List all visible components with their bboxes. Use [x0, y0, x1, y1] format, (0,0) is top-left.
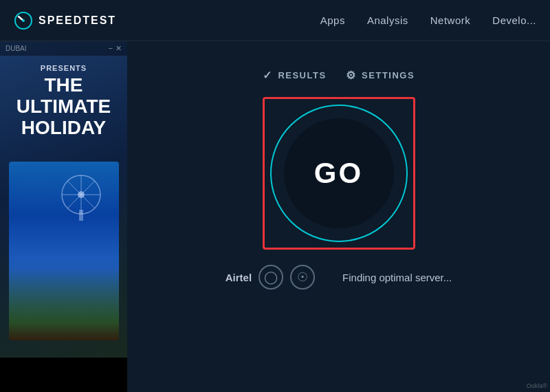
ad-label: DUBAI: [6, 45, 27, 52]
speedtest-go-container[interactable]: GO: [267, 101, 411, 246]
server-status-text: Finding optimal server...: [342, 272, 452, 283]
speedtest-logo-icon: [14, 11, 33, 30]
ad-close-icon[interactable]: ✕: [116, 44, 122, 53]
settings-icon: ⚙: [346, 69, 357, 82]
logo-text: SPEEDTEST: [38, 14, 116, 27]
ad-presents: PRESENTS: [16, 64, 111, 72]
advertisement-panel: DUBAI − ✕ PRESENTS THE ULTIMATE HOLIDAY: [0, 41, 127, 392]
watermark: Ookla®: [527, 382, 547, 389]
nav-analysis[interactable]: Analysis: [367, 14, 408, 26]
go-circle-outer: GO: [270, 105, 408, 242]
settings-label: SETTINGS: [362, 70, 415, 80]
ad-controls[interactable]: − ✕: [109, 44, 122, 53]
header: SPEEDTEST Apps Analysis Network Develo..…: [0, 0, 550, 41]
main-nav: Apps Analysis Network Develo...: [320, 14, 536, 26]
bottom-bar: Airtel ◯ ☉ Finding optimal server...: [127, 265, 550, 290]
results-button[interactable]: ✓ RESULTS: [263, 69, 327, 82]
logo-area[interactable]: SPEEDTEST: [14, 11, 116, 30]
ad-body: PRESENTS THE ULTIMATE HOLIDAY LEARN MORE: [2, 56, 126, 392]
user-icon[interactable]: ◯: [258, 265, 283, 290]
main-content: ✓ RESULTS ⚙ SETTINGS GO Airtel ◯ ☉ Findi…: [127, 41, 550, 290]
results-icon: ✓: [263, 69, 273, 82]
nav-develop[interactable]: Develo...: [492, 14, 536, 26]
ad-top-bar: DUBAI − ✕: [0, 41, 127, 56]
ad-image: [9, 162, 119, 340]
svg-point-1: [22, 19, 25, 22]
globe-icon[interactable]: ☉: [290, 265, 315, 290]
ferris-wheel-icon: [54, 168, 109, 224]
svg-point-7: [78, 191, 85, 198]
ad-bottom-black: [0, 358, 127, 392]
settings-button[interactable]: ⚙ SETTINGS: [346, 69, 415, 82]
ad-image-overlay: [9, 258, 119, 340]
go-label: GO: [314, 157, 363, 190]
server-status-area: Finding optimal server...: [342, 272, 452, 283]
provider-info: Airtel ◯ ☉: [226, 265, 315, 290]
svg-rect-8: [79, 210, 83, 221]
ad-headline: THE ULTIMATE HOLIDAY: [16, 75, 111, 138]
go-button[interactable]: GO: [284, 118, 394, 228]
results-label: RESULTS: [278, 70, 326, 80]
nav-network[interactable]: Network: [430, 14, 471, 26]
nav-apps[interactable]: Apps: [320, 14, 345, 26]
ad-minimize-icon[interactable]: −: [109, 44, 113, 53]
action-bar: ✓ RESULTS ⚙ SETTINGS: [263, 69, 415, 82]
provider-name: Airtel: [226, 272, 252, 283]
